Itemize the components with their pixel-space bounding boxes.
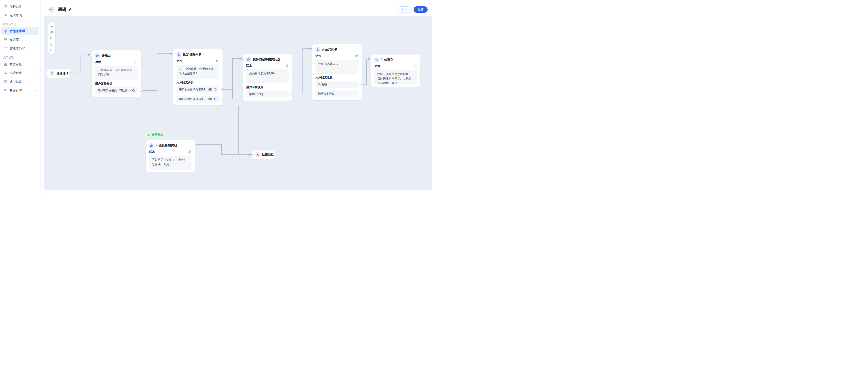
- sidebar-item-label: 数据看板: [9, 62, 22, 66]
- staff-manage-icon: [4, 89, 7, 92]
- phone-number-icon: [4, 13, 7, 17]
- collect-fail-item[interactable]: 词槽收集失败: [315, 91, 359, 97]
- sidebar-item-knowledge-base[interactable]: 知识库: [1, 36, 39, 44]
- script-label: 话术: [95, 60, 101, 64]
- chat-node-icon: [95, 54, 100, 58]
- node-unwilling[interactable]: 不愿意参加调研 话术 不好意思打扰您了，祝您生活愉快，再见: [146, 140, 195, 172]
- sidebar-section-agent: 智能体管理: [3, 22, 37, 26]
- zoom-in-icon[interactable]: [50, 48, 54, 52]
- tag-icon[interactable]: [214, 88, 217, 91]
- collect-item[interactable]: ${身高}: [315, 81, 359, 88]
- script-label: 话术: [177, 59, 182, 63]
- agent-manage-icon: [4, 29, 7, 33]
- auto-layout-icon[interactable]: [50, 36, 54, 40]
- node-multi-fixed-answer[interactable]: 较多固定答案类问题 话术 您的新能源汽车型号 用户回复收集 ${用户车型}: [243, 54, 292, 101]
- voice-config-icon[interactable]: [413, 65, 417, 68]
- test-button[interactable]: 测试: [397, 6, 411, 13]
- branch-item[interactable]: 用户表示更倾向选项A，例如：...: [177, 86, 219, 93]
- output-port[interactable]: [69, 72, 71, 74]
- node-fixed-answer[interactable]: 固定答案问题 话术 第一个问题是：您更倾向选项A还是选项B 用户回复分类 用户表…: [173, 49, 223, 105]
- input-port[interactable]: [251, 154, 254, 156]
- output-port[interactable]: [291, 93, 293, 96]
- sidebar-item-agent-manage[interactable]: 智能体管理: [1, 27, 39, 35]
- voice-config-icon[interactable]: [188, 150, 191, 154]
- chat-node-icon: [149, 143, 154, 148]
- branch-item[interactable]: 用户表示更倾向选项B，例如：...: [177, 96, 219, 102]
- voice-config-icon[interactable]: [355, 54, 359, 58]
- sidebar-item-phone-support[interactable]: 电话客服: [1, 69, 39, 77]
- tag-icon[interactable]: [132, 89, 135, 92]
- sidebar-item-outbound-call[interactable]: 智能体外呼: [1, 44, 39, 52]
- node-title: 较多固定答案类问题: [253, 57, 280, 61]
- node-opening[interactable]: 开场白 话术 礼貌询问客户是否愿意参加问卷调研 用户回复分类 用户表示方便的，可…: [92, 50, 141, 97]
- output-port[interactable]: [221, 89, 224, 91]
- zoom-out-icon[interactable]: [50, 42, 54, 46]
- flow-edges: [44, 16, 432, 190]
- node-farewell[interactable]: 礼貌道别 话术 好的，非常感谢您的配合，我这边没有问题了。，祝您生活愉快，再见。: [371, 54, 420, 87]
- home-icon: [148, 133, 151, 136]
- script-text[interactable]: 好的，非常感谢您的配合，我这边没有问题了。，祝您生活愉快，再见。: [374, 70, 417, 84]
- edit-title-icon[interactable]: [68, 8, 72, 11]
- service-record-icon: [4, 5, 7, 8]
- back-button[interactable]: [49, 7, 54, 12]
- fit-view-icon[interactable]: [50, 30, 54, 34]
- script-text[interactable]: 第一个问题是：您更倾向选项A还是选项B: [177, 65, 219, 79]
- sidebar-item-phone-numbers[interactable]: 电话号码: [1, 11, 39, 19]
- sidebar-item-label: 知识库: [9, 38, 19, 42]
- script-text[interactable]: 您的身高是多少: [315, 60, 359, 74]
- flow-canvas[interactable]: 开始通话 开场白 话术 礼貌询问客户是否愿意参加问卷调研 用户回复分类 用户表示…: [44, 16, 432, 190]
- input-port[interactable]: [172, 53, 175, 55]
- voice-config-icon[interactable]: [134, 61, 138, 64]
- sidebar-item-general-settings[interactable]: 通用设置: [1, 78, 39, 86]
- page-title: 调研: [58, 7, 66, 12]
- sidebar-item-label: 通用设置: [9, 79, 22, 84]
- node-title: 开放式问题: [322, 47, 338, 52]
- node-title: 开始通话: [57, 71, 68, 75]
- add-node-icon[interactable]: [50, 24, 54, 28]
- chevron-down-icon: [34, 80, 37, 83]
- sidebar-item-label: 智能体管理: [9, 29, 25, 33]
- collect-label: 用户回复收集: [246, 86, 289, 89]
- sidebar-item-label: 客服管理: [9, 88, 22, 92]
- tag-icon[interactable]: [214, 98, 217, 101]
- sidebar-item-label: 智能体外呼: [9, 46, 25, 51]
- output-port[interactable]: [419, 58, 421, 60]
- output-port[interactable]: [140, 90, 142, 92]
- voice-config-icon[interactable]: [216, 59, 219, 63]
- script-label: 话术: [149, 150, 155, 154]
- output-port[interactable]: [193, 144, 196, 146]
- node-end-call[interactable]: 结束通话: [252, 150, 275, 159]
- flow-header: 调研 测试 保存: [44, 3, 432, 16]
- input-port[interactable]: [91, 54, 93, 56]
- script-label: 话术: [374, 64, 380, 68]
- sidebar-item-staff-manage[interactable]: 客服管理: [1, 87, 39, 94]
- start-call-icon: [50, 71, 54, 76]
- script-text[interactable]: 不好意思打扰您了，祝您生活愉快，再见: [149, 156, 191, 170]
- voice-config-icon[interactable]: [285, 64, 289, 68]
- node-title: 礼貌道别: [381, 58, 393, 62]
- node-open-question[interactable]: 开放式问题 话术 您的身高是多少 用户回复收集 ${身高} 词槽收集失败: [312, 44, 362, 100]
- outbound-call-icon: [4, 46, 7, 50]
- input-port[interactable]: [242, 58, 244, 60]
- chat-node-icon: [177, 52, 181, 57]
- script-text[interactable]: 礼貌询问客户是否愿意参加问卷调研: [95, 66, 138, 80]
- node-title: 开场白: [102, 54, 111, 58]
- settings-icon: [4, 80, 7, 84]
- main-panel: 调研 测试 保存: [44, 3, 432, 190]
- branch-item[interactable]: 用户表示方便的，可以的，你说...: [95, 87, 138, 94]
- input-port[interactable]: [311, 48, 313, 50]
- knowledge-base-icon: [4, 38, 7, 42]
- input-port[interactable]: [145, 144, 147, 146]
- node-start-call[interactable]: 开始通话: [47, 69, 70, 78]
- sidebar-item-dashboard[interactable]: 数据看板: [1, 61, 39, 68]
- sidebar-item-service-records[interactable]: 服务记录: [1, 3, 39, 10]
- script-text[interactable]: 您的新能源汽车型号: [246, 69, 289, 84]
- collect-item[interactable]: ${用户车型}: [246, 91, 289, 98]
- save-button[interactable]: 保存: [413, 6, 428, 13]
- global-node-badge: 全局节点: [145, 132, 165, 138]
- branch-label: 用户回复分类: [177, 81, 219, 85]
- output-port[interactable]: [221, 98, 224, 100]
- input-port[interactable]: [370, 58, 372, 60]
- script-label: 话术: [315, 54, 321, 58]
- output-port[interactable]: [361, 84, 363, 86]
